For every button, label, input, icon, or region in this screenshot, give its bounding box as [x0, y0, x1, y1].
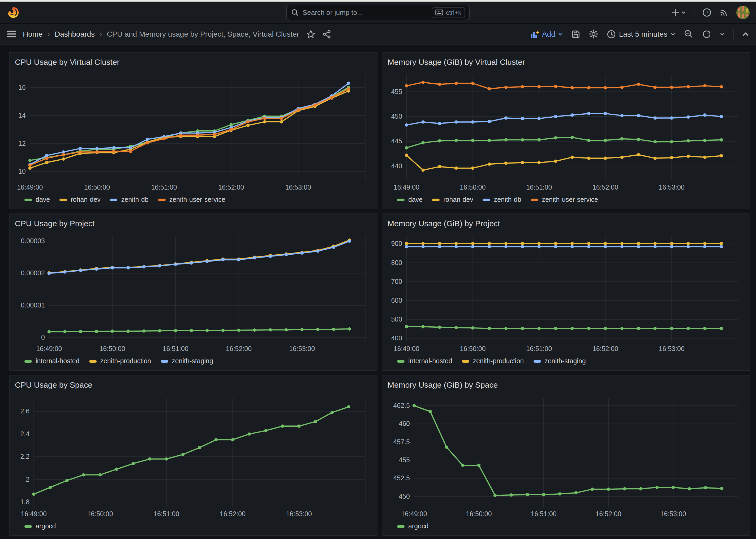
- user-avatar[interactable]: [736, 6, 750, 19]
- chart-canvas[interactable]: 1012141616:49:0016:50:0016:51:0016:52:00…: [15, 68, 372, 193]
- y-axis-tick-label: 440: [391, 162, 402, 170]
- breadcrumb-home[interactable]: Home: [23, 30, 43, 38]
- legend-item-dave[interactable]: dave: [25, 196, 50, 203]
- x-axis-tick-label: 16:53:00: [285, 184, 311, 191]
- x-axis-tick-label: 16:51:00: [531, 510, 556, 517]
- share-icon[interactable]: [322, 30, 331, 38]
- x-axis-tick-label: 16:49:00: [394, 345, 419, 352]
- panel-title[interactable]: CPU Usage by Virtual Cluster: [15, 56, 372, 68]
- legend-swatch: [25, 198, 32, 201]
- legend-item-rohan-dev[interactable]: rohan-dev: [59, 196, 101, 203]
- panel-title[interactable]: CPU Usage by Space: [15, 379, 372, 391]
- y-axis-tick-label: 800: [391, 259, 402, 266]
- x-axis-tick-label: 16:49:00: [394, 184, 419, 191]
- panel-title[interactable]: CPU Usage by Project: [15, 217, 372, 230]
- series-line-dave: [406, 137, 721, 148]
- toolbar-actions: Add: [530, 29, 749, 39]
- help-button[interactable]: ?: [702, 8, 712, 17]
- topbar-actions: ?: [671, 6, 750, 19]
- topbar-divider: [694, 8, 694, 17]
- legend-swatch: [110, 198, 117, 201]
- panel-memory-usage-by-space: Memory Usage (GiB) by Space 450452.54554…: [382, 375, 750, 536]
- legend-item-zenith-db[interactable]: zenith-db: [483, 196, 521, 203]
- search-input[interactable]: Search or jump to... ctrl+k: [286, 5, 470, 20]
- panel-title[interactable]: Memory Usage (GiB) by Space: [387, 379, 744, 391]
- y-axis-tick-label: 457.5: [393, 438, 410, 445]
- save-dashboard-icon[interactable]: [571, 30, 580, 38]
- collapse-toolbar-icon[interactable]: [742, 31, 749, 38]
- add-panel-button[interactable]: Add: [530, 30, 563, 38]
- legend-item-rohan-dev[interactable]: rohan-dev: [432, 196, 473, 203]
- legend-item-internal-hosted[interactable]: internal-hosted: [397, 357, 452, 365]
- new-button[interactable]: [671, 8, 686, 17]
- legend-item-zenith-user-service[interactable]: zenith-user-service: [531, 196, 598, 203]
- news-button[interactable]: [720, 8, 728, 17]
- x-axis-tick-label: 16:51:00: [163, 345, 188, 352]
- legend-item-zenith-db[interactable]: zenith-db: [110, 196, 149, 203]
- timeseries-chart[interactable]: 1.822.22.42.616:49:0016:50:0016:51:0016:…: [15, 391, 372, 519]
- grafana-window: Search or jump to... ctrl+k: [0, 0, 756, 539]
- x-axis-tick-label: 16:49:00: [17, 184, 43, 191]
- legend-item-zenith-user-service[interactable]: zenith-user-service: [158, 196, 225, 203]
- y-axis-tick-label: 0.00003: [21, 237, 44, 245]
- refresh-interval-chevron-icon[interactable]: [720, 32, 725, 37]
- x-axis-tick-label: 16:52:00: [218, 184, 244, 191]
- dashboard-settings-icon[interactable]: [589, 29, 598, 39]
- time-range-picker[interactable]: Last 5 minutes: [607, 30, 675, 38]
- legend-item-argocd[interactable]: argocd: [397, 522, 429, 530]
- y-axis-tick-label: 455: [399, 456, 410, 464]
- y-axis-tick-label: 12: [18, 140, 26, 147]
- chart-canvas[interactable]: 40050060070080090016:49:0016:50:0016:51:…: [387, 230, 744, 354]
- y-axis-tick-label: 900: [391, 240, 402, 247]
- chart-canvas[interactable]: 1.822.22.42.616:49:0016:50:0016:51:0016:…: [15, 391, 372, 519]
- time-range-label: Last 5 minutes: [619, 30, 667, 38]
- legend-swatch: [483, 198, 490, 201]
- legend-item-zenith-production[interactable]: zenith-production: [89, 357, 151, 365]
- legend-item-argocd[interactable]: argocd: [25, 522, 56, 530]
- add-panel-icon: [530, 30, 539, 38]
- panel-legend: daverohan-devzenith-dbzenith-user-servic…: [15, 193, 372, 206]
- legend-label: zenith-db: [494, 196, 521, 203]
- x-axis-tick-label: 16:50:00: [466, 510, 492, 517]
- breadcrumb-dashboards[interactable]: Dashboards: [55, 30, 95, 38]
- legend-label: zenith-production: [100, 357, 151, 365]
- legend-item-zenith-production[interactable]: zenith-production: [462, 357, 524, 365]
- series-line-rohan-dev: [406, 155, 721, 170]
- grafana-logo[interactable]: [6, 6, 20, 19]
- series-line-internal-hosted: [406, 327, 721, 329]
- legend-item-zenith-staging[interactable]: zenith-staging: [161, 357, 213, 365]
- legend-item-zenith-staging[interactable]: zenith-staging: [533, 357, 586, 365]
- legend-swatch: [161, 360, 168, 362]
- refresh-icon[interactable]: [702, 29, 712, 39]
- chevron-down-icon: [670, 32, 675, 37]
- zoom-out-icon[interactable]: [684, 29, 693, 39]
- legend-label: zenith-staging: [544, 357, 586, 365]
- chart-canvas[interactable]: 450452.5455457.5460462.516:49:0016:50:00…: [387, 391, 744, 519]
- panel-title[interactable]: Memory Usage (GiB) by Virtual Cluster: [387, 56, 744, 68]
- chart-canvas[interactable]: 00.000010.000020.0000316:49:0016:50:0016…: [15, 230, 372, 354]
- favorite-star-icon[interactable]: [306, 30, 315, 38]
- timeseries-chart[interactable]: 44044545045516:49:0016:50:0016:51:0016:5…: [387, 68, 744, 193]
- panel-title[interactable]: Memory Usage (GiB) by Project: [387, 217, 744, 230]
- y-axis-tick-label: 10: [18, 168, 26, 175]
- timeseries-chart[interactable]: 40050060070080090016:49:0016:50:0016:51:…: [387, 230, 744, 354]
- x-axis-tick-label: 16:52:00: [226, 345, 252, 352]
- legend-label: zenith-user-service: [170, 196, 225, 203]
- x-axis-tick-label: 16:49:00: [36, 345, 62, 352]
- add-label: Add: [542, 30, 555, 38]
- y-axis-tick-label: 1.8: [20, 498, 30, 505]
- y-axis-tick-label: 452.5: [393, 474, 410, 482]
- legend-label: dave: [408, 196, 423, 203]
- y-axis-tick-label: 445: [391, 137, 402, 145]
- timeseries-chart[interactable]: 450452.5455457.5460462.516:49:0016:50:00…: [387, 391, 744, 519]
- y-axis-tick-label: 2.6: [20, 407, 30, 415]
- chart-canvas[interactable]: 44044545045516:49:0016:50:0016:51:0016:5…: [387, 68, 744, 193]
- x-axis-tick-label: 16:52:00: [592, 184, 618, 191]
- timeseries-chart[interactable]: 1012141616:49:0016:50:0016:51:0016:52:00…: [15, 68, 372, 193]
- mega-menu-toggle[interactable]: [7, 30, 17, 38]
- x-axis-tick-label: 16:52:00: [592, 345, 618, 352]
- legend-item-dave[interactable]: dave: [397, 196, 423, 203]
- y-axis-tick-label: 700: [391, 278, 402, 285]
- timeseries-chart[interactable]: 00.000010.000020.0000316:49:0016:50:0016…: [15, 230, 372, 354]
- legend-item-internal-hosted[interactable]: internal-hosted: [25, 357, 79, 365]
